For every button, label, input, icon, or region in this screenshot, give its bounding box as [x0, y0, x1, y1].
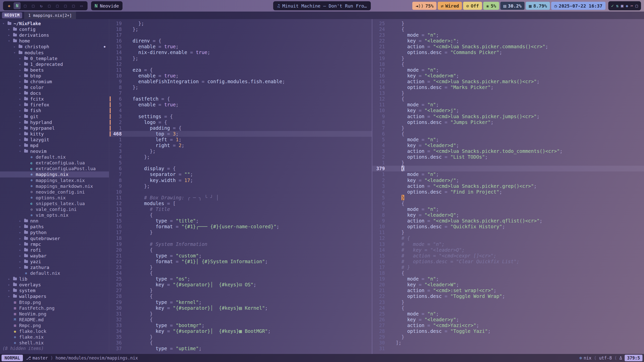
editor-line[interactable]: 8 options.desc = "Jumps Picker";: [372, 119, 644, 125]
tree-item[interactable]: ▸chromium: [0, 79, 109, 84]
tree-item[interactable]: ▸firefox: [0, 102, 109, 108]
editor-line[interactable]: 10 enable = true;: [109, 73, 372, 79]
workspace-icon[interactable]: ▭: [78, 2, 85, 9]
tree-item[interactable]: ▸docs: [0, 90, 109, 96]
editor-line[interactable]: 17 # }: [372, 264, 644, 270]
tree-item[interactable]: ❄default.nix: [0, 154, 109, 160]
tree-item[interactable]: ▸fcitx: [0, 96, 109, 102]
tree-item[interactable]: ●flake.lock: [0, 328, 109, 334]
editor-line[interactable]: 11 mode = "n";: [372, 102, 644, 108]
tree-item[interactable]: ▸color: [0, 84, 109, 90]
editor-line[interactable]: 22 options.desc = "Toggle Word Wrap";: [372, 293, 644, 299]
editor-line[interactable]: 31 }: [109, 311, 372, 317]
check-icon[interactable]: ✓: [611, 3, 614, 8]
workspace-icon[interactable]: ▢: [22, 2, 29, 9]
editor-line[interactable]: 12 modules = [: [109, 201, 372, 206]
editor-line[interactable]: 9 action = "<cmd>lua Snacks.picker.qflis…: [372, 218, 644, 224]
editor-line[interactable]: 22 format = "{#1}│ {#}System Information…: [109, 259, 372, 264]
editor-line[interactable]: 8 key = "<leader>Q";: [372, 212, 644, 218]
editor-line[interactable]: 7 }: [372, 125, 644, 131]
clock-module[interactable]: ◷2025-07-22 16:37: [551, 2, 605, 10]
editor-line[interactable]: 2 logo = {: [109, 119, 372, 125]
editor-line[interactable]: 26 key = "{#separator}│ {#keys}⊡ OS";: [109, 282, 372, 288]
editor-line[interactable]: 20 options.desc = "Commands Picker";: [372, 50, 644, 55]
editor-line[interactable]: 19 }: [372, 56, 644, 61]
editor-line[interactable]: 13 # Title: [109, 206, 372, 212]
editor-line[interactable]: 22 key = "<leader>:";: [372, 38, 644, 44]
tree-item[interactable]: ▸overlays: [0, 282, 109, 288]
tree-item[interactable]: ▸nnn: [0, 218, 109, 224]
editor-line[interactable]: 18: [109, 235, 372, 241]
editor-line[interactable]: 5 enable = true;: [109, 102, 372, 108]
editor-line[interactable]: 23 }: [109, 264, 372, 270]
editor-line[interactable]: 16 format = "{#1}╭─── {#}{user-name-colo…: [109, 224, 372, 230]
tree-item[interactable]: ▸btop: [0, 73, 109, 79]
editor-line[interactable]: 18 {: [372, 61, 644, 67]
editor-line[interactable]: 3 settings = {: [109, 114, 372, 119]
editor-line[interactable]: 9 enableFishIntegration = config.modules…: [109, 79, 372, 84]
tree-item[interactable]: ⚙vale_config.ini: [0, 206, 109, 212]
indicator-icon[interactable]: ◈: [626, 3, 628, 8]
tree-item[interactable]: ◐extraConfigLua.lua: [0, 160, 109, 166]
tree-item[interactable]: ▾~/NixFlake: [0, 21, 109, 26]
notifications-module[interactable]: ⊘Off: [463, 2, 482, 10]
tree-item[interactable]: ▸qutebrowser: [0, 235, 109, 241]
tree-item[interactable]: ▸hyprpanel: [0, 125, 109, 131]
workspace-icon[interactable]: ▢: [62, 2, 69, 9]
editor-line[interactable]: 13 };: [109, 56, 372, 61]
tree-item[interactable]: ❄mappings.nix: [0, 171, 109, 177]
tree-item[interactable]: ❄flake.nix: [0, 334, 109, 340]
tree-item[interactable]: ❄default.nix: [0, 270, 109, 276]
editor-line[interactable]: 2 right = 2;: [109, 143, 372, 148]
editor-line[interactable]: 3 action = "<cmd>lua Snacks.picker.grep(…: [372, 183, 644, 189]
editor-line[interactable]: 31: [372, 346, 644, 351]
editor-line[interactable]: 10 key = "<leader>j";: [372, 108, 644, 113]
editor-line[interactable]: 4: [109, 108, 372, 113]
file-tree[interactable]: ▾~/NixFlake▸config▸derivations▾home▸chri…: [0, 19, 109, 354]
tree-item[interactable]: ▨Btop.png: [0, 299, 109, 305]
editor-line[interactable]: 35 }: [109, 334, 372, 340]
editor-line[interactable]: 6 {: [372, 131, 644, 137]
editor-line[interactable]: 9 };: [109, 183, 372, 189]
editor-line[interactable]: 6 {: [372, 201, 644, 206]
music-widget[interactable]: ♫ Minuit Machine – Don't Run Fro…: [273, 1, 371, 10]
tree-item[interactable]: ▸christoph●: [0, 44, 109, 50]
power-profile-module[interactable]: ❀5%: [483, 2, 499, 10]
tree-item[interactable]: ❄options.nix: [0, 195, 109, 201]
tree-item[interactable]: ▸wallpapers: [0, 293, 109, 299]
editor-line[interactable]: 25 type = "os";: [109, 276, 372, 282]
editor-line[interactable]: 12: [109, 61, 372, 67]
editor-line[interactable]: 10: [109, 189, 372, 195]
tree-item[interactable]: ▸kitty: [0, 131, 109, 137]
tree-item[interactable]: ❄vim_opts.nix: [0, 212, 109, 218]
editor-line[interactable]: 17 }: [109, 230, 372, 235]
tree-item[interactable]: ▸paths: [0, 224, 109, 230]
editor-line[interactable]: 21 action = "<cmd>lua Snacks.picker.comm…: [372, 44, 644, 50]
editor-line[interactable]: 15 # action = "<cmd>cexpr []<cr>";: [372, 253, 644, 259]
editor-line[interactable]: 21 type = "custom";: [109, 253, 372, 259]
editor-line[interactable]: 16 direnv = {: [109, 38, 372, 44]
editor-line[interactable]: 27 }: [109, 288, 372, 293]
tree-item[interactable]: ▸beets: [0, 67, 109, 73]
tree-item[interactable]: ▸mpd: [0, 143, 109, 148]
editor-line[interactable]: 23 mode = "n";: [372, 32, 644, 38]
editor-line[interactable]: 11 eza = {: [109, 67, 372, 73]
editor-line[interactable]: 2 key = "<leader>/";: [372, 177, 644, 183]
tree-item[interactable]: ⚙neovide_config.ini: [0, 189, 109, 195]
editor-line[interactable]: 7 mode = "n";: [372, 206, 644, 212]
editor-line[interactable]: 32 {: [109, 317, 372, 323]
volume-module[interactable]: ◄))75%: [412, 2, 436, 10]
editor-line[interactable]: 2 options.desc = "List TODOs";: [372, 154, 644, 160]
workspace-icon[interactable]: ▢: [46, 2, 53, 9]
editor-line[interactable]: 6 display = {: [109, 166, 372, 171]
editor-line[interactable]: 13 }: [372, 90, 644, 96]
editor-line[interactable]: 34 key = "{#separator}│ {#keys}▦ BootMGR…: [109, 328, 372, 334]
tab-mappings-nix[interactable]: 1 mappings.nix[2+]: [24, 12, 76, 19]
workspace-icon[interactable]: ▢: [54, 2, 61, 9]
editor-line[interactable]: 6 fastfetch = {: [109, 96, 372, 102]
editor-line[interactable]: 14 options.desc = "Marks Picker";: [372, 84, 644, 90]
tree-item[interactable]: ❄mappings_latex.nix: [0, 177, 109, 183]
editor-line[interactable]: 33 type = "bootmgr";: [109, 323, 372, 328]
editor-line[interactable]: 12 {: [372, 96, 644, 102]
display-icon[interactable]: ▣: [621, 3, 623, 8]
